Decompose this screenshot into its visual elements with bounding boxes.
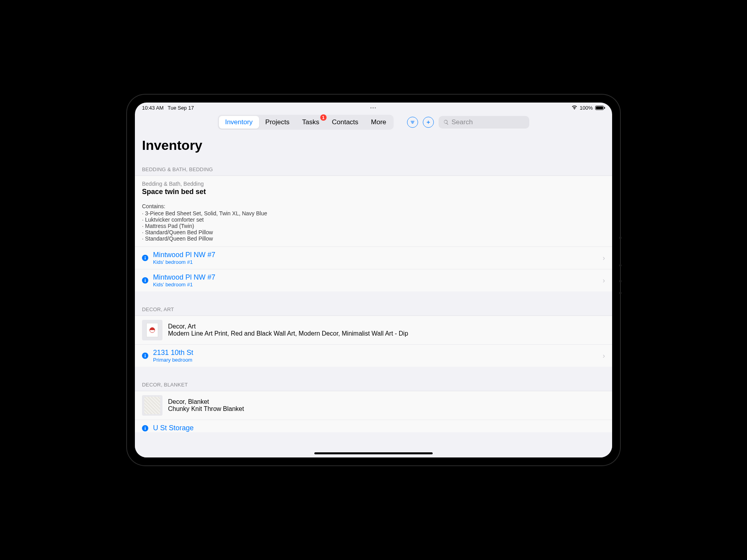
status-date: Tue Sep 17 [168, 105, 194, 111]
side-button [619, 264, 622, 267]
item-title: Space twin bed set [142, 188, 605, 196]
page-title: Inventory [135, 135, 612, 159]
tab-inventory[interactable]: Inventory [219, 116, 259, 129]
inventory-item[interactable]: Decor, Blanket Chunky Knit Throw Blanket [135, 391, 612, 420]
item-contains: Contains: 3-Piece Bed Sheet Set, Solid, … [142, 203, 605, 242]
item-breadcrumb: Decor, Art [168, 323, 408, 330]
filter-button[interactable] [407, 117, 418, 128]
location-info-icon [142, 353, 148, 359]
tab-projects[interactable]: Projects [259, 116, 296, 129]
search-input[interactable] [452, 118, 525, 126]
search-field[interactable] [439, 116, 529, 129]
chevron-right-icon: › [603, 254, 605, 262]
contains-item: Standard/Queen Bed Pillow [142, 235, 605, 242]
location-primary: Mintwood Pl NW #7 [153, 273, 598, 282]
location-primary: 2131 10th St [153, 349, 598, 357]
side-button [619, 237, 622, 239]
location-info-icon [142, 277, 148, 284]
battery-percentage: 100% [580, 105, 593, 111]
item-thumbnail [142, 320, 162, 340]
item-thumbnail [142, 395, 162, 416]
inventory-item[interactable]: Decor, Art Modern Line Art Print, Red an… [135, 315, 612, 344]
add-button[interactable] [423, 117, 434, 128]
item-title: Chunky Knit Throw Blanket [168, 405, 244, 413]
location-text: 2131 10th St Primary bedroom [153, 349, 598, 363]
location-text: Mintwood Pl NW #7 Kids' bedroom #1 [153, 251, 598, 265]
location-info-icon [142, 255, 148, 261]
section-gap [135, 367, 612, 379]
location-text: Mintwood Pl NW #7 Kids' bedroom #1 [153, 273, 598, 287]
location-info-icon [142, 425, 148, 431]
tab-more[interactable]: More [365, 116, 393, 129]
location-row[interactable]: Mintwood Pl NW #7 Kids' bedroom #1 › [135, 246, 612, 269]
wifi-icon [571, 105, 577, 111]
tab-tasks[interactable]: Tasks 1 [296, 116, 325, 129]
side-button [619, 292, 622, 294]
item-breadcrumb: Bedding & Bath, Bedding [142, 181, 605, 187]
item-text: Decor, Art Modern Line Art Print, Red an… [168, 323, 408, 337]
search-icon [443, 119, 449, 125]
inventory-item[interactable]: Bedding & Bath, Bedding Space twin bed s… [135, 175, 612, 246]
home-indicator[interactable] [314, 452, 433, 454]
multitask-dots-icon[interactable]: ••• [370, 106, 377, 110]
device-frame: 10:43 AM Tue Sep 17 ••• 100% Inventory P… [127, 95, 620, 465]
status-right: 100% [571, 105, 605, 111]
contains-item: Mattress Pad (Twin) [142, 223, 605, 229]
location-text: U St Storage [153, 424, 605, 432]
location-row[interactable]: Mintwood Pl NW #7 Kids' bedroom #1 › [135, 269, 612, 291]
location-primary: U St Storage [153, 424, 605, 432]
toolbar-actions [407, 116, 529, 129]
location-row[interactable]: 2131 10th St Primary bedroom › [135, 344, 612, 367]
section-gap [135, 291, 612, 303]
section-header: DECOR, ART [135, 303, 612, 315]
location-row[interactable]: U St Storage [135, 420, 612, 432]
contains-item: Luktvicker comforter set [142, 217, 605, 223]
contains-item: 3-Piece Bed Sheet Set, Solid, Twin XL, N… [142, 210, 605, 217]
side-button [619, 280, 622, 282]
chevron-right-icon: › [603, 352, 605, 360]
location-secondary: Primary bedroom [153, 357, 598, 363]
tab-contacts[interactable]: Contacts [326, 116, 365, 129]
item-breadcrumb: Decor, Blanket [168, 398, 244, 405]
screen: 10:43 AM Tue Sep 17 ••• 100% Inventory P… [135, 103, 612, 457]
blanket-icon [144, 397, 160, 414]
location-secondary: Kids' bedroom #1 [153, 282, 598, 287]
battery-icon [595, 106, 605, 110]
status-left: 10:43 AM Tue Sep 17 [142, 105, 194, 111]
art-print-icon [146, 323, 158, 337]
status-time: 10:43 AM [142, 105, 164, 111]
location-secondary: Kids' bedroom #1 [153, 259, 598, 265]
location-primary: Mintwood Pl NW #7 [153, 251, 598, 259]
tab-tasks-label: Tasks [302, 118, 319, 126]
toolbar: Inventory Projects Tasks 1 Contacts More [135, 112, 612, 135]
segmented-control: Inventory Projects Tasks 1 Contacts More [218, 115, 394, 130]
item-title: Modern Line Art Print, Red and Black Wal… [168, 330, 408, 337]
section-header: DECOR, BLANKET [135, 379, 612, 391]
contains-label: Contains: [142, 203, 605, 209]
chevron-right-icon: › [603, 276, 605, 285]
item-text: Decor, Blanket Chunky Knit Throw Blanket [168, 398, 244, 413]
section-header: BEDDING & BATH, BEDDING [135, 159, 612, 175]
content-scroll[interactable]: Inventory BEDDING & BATH, BEDDING Beddin… [135, 135, 612, 457]
status-bar: 10:43 AM Tue Sep 17 ••• 100% [135, 103, 612, 112]
contains-item: Standard/Queen Bed Pillow [142, 229, 605, 235]
